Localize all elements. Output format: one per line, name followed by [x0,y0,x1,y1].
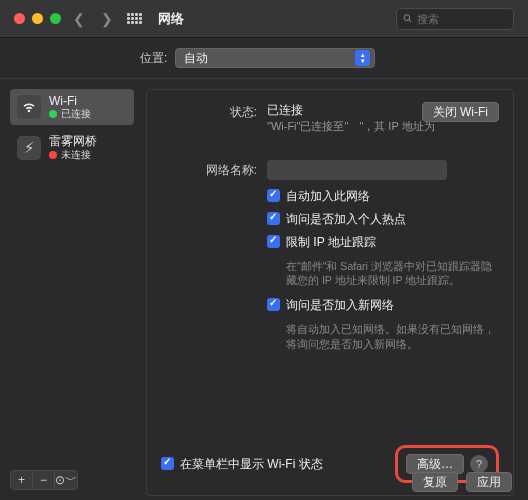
location-value: 自动 [184,50,208,67]
minimize-dot[interactable] [32,13,43,24]
window-controls [14,13,61,24]
check-limit-ip[interactable]: 限制 IP 地址跟踪 [267,234,499,251]
add-interface-button[interactable]: + [11,471,33,489]
sidebar-item-thunderbolt[interactable]: ⚡︎ 雷雾网桥 未连接 [10,129,134,165]
status-dot-icon [49,110,57,118]
network-name-select[interactable] [267,160,447,180]
forward-button[interactable]: ❯ [97,11,117,27]
show-all-icon[interactable] [127,13,142,24]
wifi-off-button[interactable]: 关闭 Wi-Fi [422,102,499,122]
help-button[interactable]: ? [470,455,488,473]
close-dot[interactable] [14,13,25,24]
check-ask-new-help: 将自动加入已知网络。如果没有已知网络，将询问您是否加入新网络。 [286,322,499,350]
remove-interface-button[interactable]: − [33,471,55,489]
check-menubar[interactable]: 在菜单栏中显示 Wi-Fi 状态 [161,456,323,473]
interface-options-button[interactable]: ⊙﹀ [55,471,77,489]
status-label: 状态: [161,102,257,134]
search-input[interactable] [417,13,507,25]
check-ask-new[interactable]: 询问是否加入新网络 [267,297,499,314]
sidebar-item-wifi[interactable]: Wi-Fi 已连接 [10,89,134,125]
updown-arrows-icon [355,50,370,66]
check-limit-ip-help: 在"邮件"和 Safari 浏览器中对已知跟踪器隐藏您的 IP 地址来限制 IP… [286,259,499,287]
sidebar: Wi-Fi 已连接 ⚡︎ 雷雾网桥 未连接 + − ⊙﹀ [0,79,144,500]
location-select[interactable]: 自动 [175,48,375,68]
advanced-button[interactable]: 高级… [406,454,464,474]
check-ask-hotspot[interactable]: 询问是否加入个人热点 [267,211,499,228]
location-row: 位置: 自动 [0,38,528,79]
zoom-dot[interactable] [50,13,61,24]
apply-button[interactable]: 应用 [466,472,512,492]
titlebar: ❮ ❯ 网络 [0,0,528,38]
search-field[interactable] [396,8,514,30]
detail-panel: 关闭 Wi-Fi 状态: 已连接 "Wi-Fi"已连接至" "，其 IP 地址为… [146,89,514,496]
window-footer: 复原 应用 [412,472,512,492]
window-title: 网络 [158,10,184,28]
location-label: 位置: [140,50,167,67]
back-button[interactable]: ❮ [69,11,89,27]
status-dot-icon [49,151,57,159]
wifi-icon [17,95,41,119]
thunderbolt-icon: ⚡︎ [17,136,41,160]
revert-button[interactable]: 复原 [412,472,458,492]
search-icon [403,13,412,24]
sidebar-item-label: 雷雾网桥 [49,134,97,148]
sidebar-tools: + − ⊙﹀ [10,470,78,490]
netname-label: 网络名称: [161,160,257,355]
sidebar-item-label: Wi-Fi [49,94,91,108]
check-auto-join[interactable]: 自动加入此网络 [267,188,499,205]
